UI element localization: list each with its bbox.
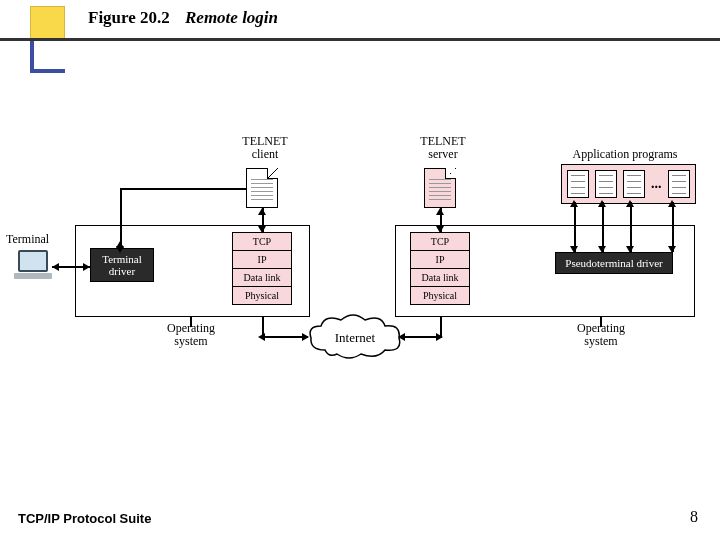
header-rule [0,38,720,41]
arrowhead-icon [436,333,443,341]
stack-layer: Physical [233,287,291,304]
arrowhead-icon [398,333,405,341]
figure-number: Figure 20.2 [88,8,170,28]
slide-logo-l [30,38,65,73]
arrowhead-icon [626,246,634,253]
app-program-icon [567,170,589,198]
connector [120,188,122,248]
arrowhead-icon [668,200,676,207]
arrowhead-icon [668,246,676,253]
arrowhead-icon [83,263,90,271]
connector [602,202,604,252]
connector [574,202,576,252]
stack-layer: IP [233,251,291,269]
arrowhead-icon [570,200,578,207]
footer-book-title: TCP/IP Protocol Suite [18,511,151,526]
protocol-stack-left: TCP IP Data link Physical [232,232,292,305]
connector [630,202,632,252]
pseudoterminal-driver-label: Pseudoterminal driver [565,257,662,269]
telnet-server-icon [424,168,456,208]
protocol-stack-right: TCP IP Data link Physical [410,232,470,305]
connector [600,317,602,327]
terminal-icon [18,250,52,279]
arrowhead-icon [598,246,606,253]
connector [120,188,246,190]
terminal-driver-label: Terminal driver [102,253,142,277]
arrowhead-icon [302,333,309,341]
connector [190,317,192,327]
connector [672,202,674,252]
stack-layer: Data link [411,269,469,287]
terminal-driver-box: Terminal driver [90,248,154,282]
arrowhead-icon [626,200,634,207]
arrowhead-icon [258,226,266,233]
arrowhead-icon [598,200,606,207]
footer-page-number: 8 [690,508,698,526]
app-programs-label: Application programs [560,148,690,161]
arrowhead-icon [258,333,265,341]
slide-logo-square [30,6,65,41]
app-programs-box: ... [561,164,696,204]
internet-label: Internet [305,330,405,346]
app-program-icon [595,170,617,198]
arrowhead-icon [258,208,266,215]
stack-layer: Data link [233,269,291,287]
stack-layer: TCP [411,233,469,251]
telnet-server-label: TELNET server [418,135,468,161]
stack-layer: TCP [233,233,291,251]
arrowhead-icon [436,208,444,215]
app-program-icon [623,170,645,198]
pseudoterminal-driver-box: Pseudoterminal driver [555,252,673,274]
arrowhead-icon [116,246,124,253]
arrowhead-icon [436,226,444,233]
stack-layer: IP [411,251,469,269]
app-program-icon [668,170,690,198]
stack-layer: Physical [411,287,469,304]
telnet-client-label: TELNET client [240,135,290,161]
app-programs-ellipsis: ... [651,176,662,192]
telnet-client-icon [246,168,278,208]
arrowhead-icon [570,246,578,253]
figure-title: Remote login [185,8,278,28]
diagram: Terminal Terminal driver TCP IP Data lin… [0,150,720,400]
internet-cloud: Internet [305,312,405,362]
terminal-label: Terminal [6,233,49,246]
arrowhead-icon [52,263,59,271]
